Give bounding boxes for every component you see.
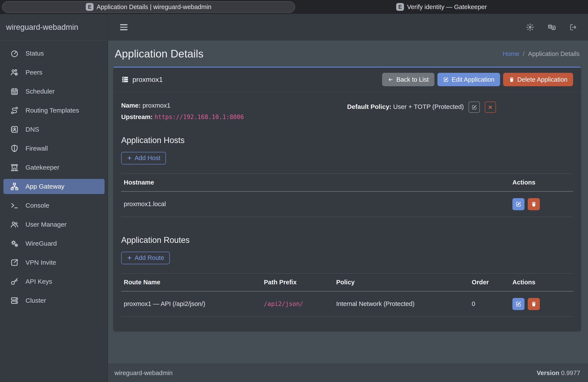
tab-title: Application Details | wireguard-webadmin xyxy=(97,3,211,11)
footer: wireguard-webadmin Version 0.9977 xyxy=(108,364,588,382)
sidebar-item-label: DNS xyxy=(25,126,39,133)
application-routes-section: Application Routes Add Route xyxy=(121,235,573,317)
theme-toggle-button[interactable] xyxy=(525,22,535,32)
logout-button[interactable] xyxy=(568,22,579,32)
sidebar-item-label: Scheduler xyxy=(25,88,55,95)
default-policy-field: Default Policy: User + TOTP (Protected) xyxy=(347,102,573,113)
tachometer-icon xyxy=(10,49,19,58)
sidebar-item-peers[interactable]: Peers xyxy=(3,65,105,80)
browser-tab-verify-identity-gatekeeper[interactable]: E Verify identity — Gatekeeper xyxy=(295,0,588,14)
sidebar-item-wireguard[interactable]: WireGuard xyxy=(3,236,105,251)
sidebar-toggle-button[interactable] xyxy=(120,23,129,32)
shield-icon xyxy=(10,144,19,153)
sidebar-item-gatekeeper[interactable]: Gatekeeper xyxy=(3,160,105,175)
sidebar-item-vpn-invite[interactable]: VPN Invite xyxy=(3,255,105,270)
back-to-list-button[interactable]: Back to List xyxy=(382,73,434,86)
edit-route-button[interactable] xyxy=(512,298,525,310)
sidebar-item-label: Cluster xyxy=(25,297,46,304)
route-icon xyxy=(10,106,19,115)
sidebar-item-firewall[interactable]: Firewall xyxy=(3,141,105,156)
route-path-prefix: /api2/json/ xyxy=(261,291,334,317)
edit-policy-button[interactable] xyxy=(468,102,480,113)
archway-icon xyxy=(10,163,19,172)
sidebar-item-dns[interactable]: DNS xyxy=(3,122,105,137)
users-gear-icon xyxy=(10,68,19,77)
sidebar-item-label: App Gateway xyxy=(25,183,64,190)
sitemap-icon xyxy=(10,182,19,191)
server-icon xyxy=(10,296,19,305)
sidebar-item-console[interactable]: Console xyxy=(3,198,105,213)
sidebar-item-app-gateway[interactable]: App Gateway xyxy=(3,179,105,194)
top-navbar: A xyxy=(108,14,588,41)
trash-icon xyxy=(509,77,515,83)
routes-col-order: Order xyxy=(469,273,510,291)
routes-table: Route Name Path Prefix Policy Order Acti… xyxy=(121,273,573,317)
sidebar-item-api-keys[interactable]: API Keys xyxy=(3,274,105,289)
share-icon xyxy=(10,258,19,267)
routes-col-policy: Policy xyxy=(334,273,469,291)
delete-application-button[interactable]: Delete Application xyxy=(503,73,573,86)
edit-host-button[interactable] xyxy=(512,198,525,210)
footer-version: Version 0.9977 xyxy=(537,369,580,377)
sidebar-item-user-manager[interactable]: User Manager xyxy=(3,217,105,232)
plus-icon xyxy=(127,155,132,161)
sidebar-item-label: VPN Invite xyxy=(25,259,56,266)
sidebar-item-label: User Manager xyxy=(25,221,66,228)
default-policy-value: User + TOTP (Protected) xyxy=(393,103,464,110)
sidebar-item-routing-templates[interactable]: Routing Templates xyxy=(3,103,105,118)
terminal-icon xyxy=(10,201,19,210)
hosts-table: Hostname Actions proxmox1.local xyxy=(121,173,573,217)
sidebar-nav: Status Peers Scheduler Routing Templates… xyxy=(0,41,108,308)
tab-favicon-badge: E xyxy=(396,3,404,11)
translate-button[interactable]: A xyxy=(546,22,557,32)
hosts-col-actions: Actions xyxy=(510,173,573,191)
add-host-button[interactable]: Add Host xyxy=(121,152,166,164)
application-details-card: proxmox1 Back to List Edit Application xyxy=(113,66,581,331)
sidebar: wireguard-webadmin Status Peers Schedule… xyxy=(0,14,108,382)
hosts-section-heading: Application Hosts xyxy=(121,136,573,145)
content-area: Application Details Home / Application D… xyxy=(108,41,588,364)
address-book-icon xyxy=(10,125,19,134)
gears-icon xyxy=(10,239,19,248)
route-row: proxmox1 — API (/api2/json/) /api2/json/… xyxy=(121,291,573,317)
application-name-field: Name: proxmox1 xyxy=(121,102,347,109)
pen-square-icon xyxy=(471,104,477,110)
trash-icon xyxy=(531,201,537,207)
key-icon xyxy=(10,277,19,286)
application-name-title: proxmox1 xyxy=(132,76,163,84)
logout-icon xyxy=(569,23,578,32)
breadcrumb-home-link[interactable]: Home xyxy=(503,50,519,58)
routes-section-heading: Application Routes xyxy=(121,235,573,245)
svg-text:A: A xyxy=(549,25,551,28)
navbar-icon-buttons: A xyxy=(514,22,579,32)
card-body: Name: proxmox1 Upstream: https://192.168… xyxy=(113,92,581,331)
tab-favicon-badge: E xyxy=(86,3,94,11)
breadcrumb-separator: / xyxy=(523,50,525,58)
clear-policy-button[interactable] xyxy=(485,102,496,113)
sidebar-item-status[interactable]: Status xyxy=(3,46,105,61)
sidebar-item-cluster[interactable]: Cluster xyxy=(3,293,105,308)
tab-title: Verify identity — Gatekeeper xyxy=(407,3,487,11)
route-order: 0 xyxy=(469,291,510,317)
sun-icon xyxy=(526,23,534,32)
edit-application-button[interactable]: Edit Application xyxy=(438,73,500,86)
browser-tab-application-details-wireguard-webadmin[interactable]: E Application Details | wireguard-webadm… xyxy=(2,1,295,13)
arrow-left-icon xyxy=(388,77,394,83)
pen-square-icon xyxy=(515,201,522,207)
host-row: proxmox1.local xyxy=(121,191,573,217)
sidebar-item-label: WireGuard xyxy=(25,240,57,247)
hosts-col-hostname: Hostname xyxy=(121,173,510,191)
route-policy: Internal Network (Protected) xyxy=(334,291,469,317)
plus-icon xyxy=(127,255,132,261)
route-name: proxmox1 — API (/api2/json/) xyxy=(121,291,261,317)
sidebar-item-label: Firewall xyxy=(25,145,48,152)
sidebar-item-label: Gatekeeper xyxy=(25,164,59,171)
breadcrumb: Home / Application Details xyxy=(503,50,580,58)
sidebar-item-scheduler[interactable]: Scheduler xyxy=(3,84,105,99)
add-route-button[interactable]: Add Route xyxy=(121,252,170,264)
sidebar-item-label: API Keys xyxy=(25,278,52,285)
delete-route-button[interactable] xyxy=(528,298,540,310)
delete-host-button[interactable] xyxy=(528,198,540,210)
server-stack-icon xyxy=(121,76,129,84)
brand-title: wireguard-webadmin xyxy=(0,14,108,41)
